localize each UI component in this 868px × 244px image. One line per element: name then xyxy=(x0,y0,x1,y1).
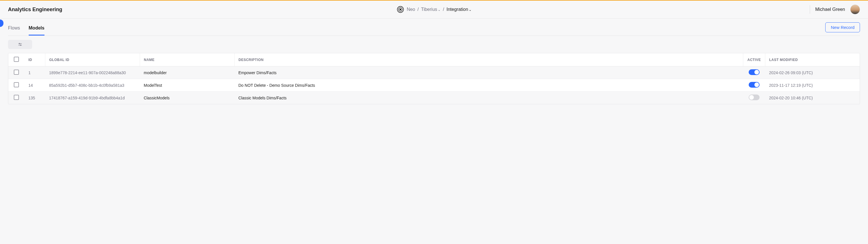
tab-bar: Flows Models New Record xyxy=(8,22,860,36)
row-checkbox-cell xyxy=(8,92,24,104)
table-row[interactable]: 1485a592b1-d5b7-408c-bb1b-4c0fb9a581a3Mo… xyxy=(8,79,860,92)
breadcrumb-separator: / xyxy=(417,7,418,12)
sliders-icon xyxy=(18,42,22,47)
new-record-button[interactable]: New Record xyxy=(825,22,860,32)
divider xyxy=(810,5,810,14)
page-content: Flows Models New Record ID GLOBAL I xyxy=(0,22,868,110)
active-toggle[interactable] xyxy=(749,95,760,100)
row-checkbox-cell xyxy=(8,66,24,79)
select-all-checkbox[interactable] xyxy=(14,57,19,62)
row-checkbox[interactable] xyxy=(14,70,19,75)
cell-active xyxy=(743,79,765,92)
table-row[interactable]: 13517418767-a159-419d-91b9-4bdfa8bb4a1dC… xyxy=(8,92,860,104)
cell-id: 135 xyxy=(24,92,45,104)
filter-button[interactable] xyxy=(8,40,32,49)
app-header: Analytics Engineering Neo / Tiberius⌄ / … xyxy=(0,1,868,19)
cell-description: Do NOT Delete - Demo Source Dims/Facts xyxy=(235,79,743,92)
cell-id: 14 xyxy=(24,79,45,92)
column-description[interactable]: DESCRIPTION xyxy=(235,53,743,66)
cell-global-id: 17418767-a159-419d-91b9-4bdfa8bb4a1d xyxy=(45,92,140,104)
cell-name: ModelTest xyxy=(140,79,235,92)
cell-active xyxy=(743,66,765,79)
models-table: ID GLOBAL ID NAME DESCRIPTION ACTIVE LAS… xyxy=(8,53,860,104)
breadcrumb: Neo / Tiberius⌄ / Integration⌄ xyxy=(396,5,472,13)
tab-models[interactable]: Models xyxy=(29,22,44,36)
row-checkbox[interactable] xyxy=(14,95,19,100)
breadcrumb-org[interactable]: Neo xyxy=(407,7,415,12)
header-user-area: Michael Green xyxy=(810,5,860,14)
cell-description: Empower Dims/Facts xyxy=(235,66,743,79)
svg-point-6 xyxy=(20,45,21,45)
cell-global-id: 85a592b1-d5b7-408c-bb1b-4c0fb9a581a3 xyxy=(45,79,140,92)
cell-last-modified: 2024-02-26 09:03 (UTC) xyxy=(765,66,860,79)
tab-flows[interactable]: Flows xyxy=(8,22,20,36)
column-checkbox xyxy=(8,53,24,66)
column-active[interactable]: ACTIVE xyxy=(743,53,765,66)
chevron-down-icon: ⌄ xyxy=(469,8,472,12)
table-header-row: ID GLOBAL ID NAME DESCRIPTION ACTIVE LAS… xyxy=(8,53,860,66)
tabs: Flows Models xyxy=(8,22,44,36)
cell-last-modified: 2024-02-20 10:46 (UTC) xyxy=(765,92,860,104)
cell-global-id: 1899e778-2214-ee11-907a-002248a88a30 xyxy=(45,66,140,79)
row-checkbox-cell xyxy=(8,79,24,92)
column-global-id[interactable]: GLOBAL ID xyxy=(45,53,140,66)
row-checkbox[interactable] xyxy=(14,82,19,88)
models-table-wrap: ID GLOBAL ID NAME DESCRIPTION ACTIVE LAS… xyxy=(8,53,860,104)
active-toggle[interactable] xyxy=(749,82,760,88)
filter-bar xyxy=(8,36,860,53)
column-name[interactable]: NAME xyxy=(140,53,235,66)
avatar[interactable] xyxy=(850,5,860,14)
svg-point-5 xyxy=(19,43,20,44)
svg-point-2 xyxy=(400,9,401,10)
breadcrumb-project[interactable]: Tiberius⌄ xyxy=(421,7,441,12)
target-icon xyxy=(396,5,404,13)
cell-name: modelbuilder xyxy=(140,66,235,79)
active-toggle[interactable] xyxy=(749,69,760,75)
chevron-down-icon: ⌄ xyxy=(438,8,441,12)
cell-description: Classic Models Dims/Facts xyxy=(235,92,743,104)
page-title: Analytics Engineering xyxy=(8,7,62,12)
cell-name: ClassicModels xyxy=(140,92,235,104)
column-last-modified[interactable]: LAST MODIFIED xyxy=(765,53,860,66)
table-row[interactable]: 11899e778-2214-ee11-907a-002248a88a30mod… xyxy=(8,66,860,79)
breadcrumb-env[interactable]: Integration⌄ xyxy=(446,7,472,12)
cell-last-modified: 2023-11-17 12:19 (UTC) xyxy=(765,79,860,92)
column-id[interactable]: ID xyxy=(24,53,45,66)
breadcrumb-separator: / xyxy=(443,7,444,12)
user-name[interactable]: Michael Green xyxy=(815,7,845,12)
cell-active xyxy=(743,92,765,104)
cell-id: 1 xyxy=(24,66,45,79)
